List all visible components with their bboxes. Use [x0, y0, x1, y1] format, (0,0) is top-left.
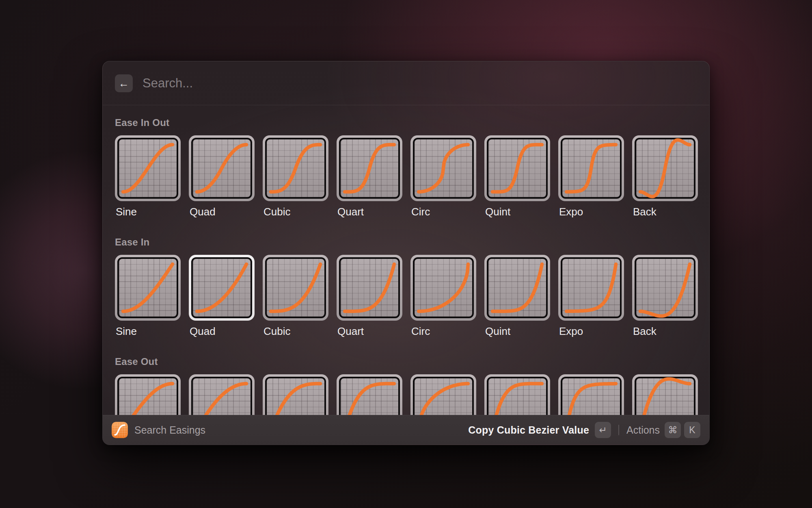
- easing-grid: [339, 377, 400, 415]
- easing-grid: [635, 138, 695, 199]
- easing-card-ease-in-out-back[interactable]: [632, 135, 698, 201]
- easing-cell: Quint: [484, 374, 550, 415]
- easing-cell: Expo: [558, 255, 624, 338]
- easing-card-label: Expo: [558, 205, 624, 218]
- easing-grid: [265, 377, 326, 415]
- easing-cell: Quad: [189, 374, 255, 415]
- easing-card-ease-in-out-quint[interactable]: [484, 135, 550, 201]
- easing-cell: Cubic: [263, 135, 328, 218]
- easing-grid: [413, 138, 474, 199]
- easing-card-label: Sine: [115, 205, 181, 218]
- easing-grid: [191, 257, 252, 318]
- actions-label: Actions: [626, 424, 660, 436]
- easing-card-label: Quart: [337, 205, 402, 218]
- easing-card-ease-out-quart[interactable]: [337, 374, 402, 415]
- easing-cell: Circ: [410, 374, 476, 415]
- easing-card-ease-in-quart[interactable]: [337, 255, 402, 321]
- k-key: K: [684, 422, 700, 438]
- card-row: SineQuadCubicQuartCircQuintExpoBack: [115, 374, 697, 415]
- easing-card-label: Quad: [189, 325, 255, 338]
- easing-card-ease-in-out-expo[interactable]: [558, 135, 624, 201]
- easing-cell: Quart: [337, 135, 402, 218]
- easing-card-label: Quint: [484, 205, 550, 218]
- easing-cell: Quart: [337, 255, 402, 338]
- easing-grid: [413, 377, 474, 415]
- easing-card-label: Quart: [337, 325, 402, 338]
- easing-card-ease-in-sine[interactable]: [115, 255, 181, 321]
- easing-card-label: Back: [632, 325, 698, 338]
- easing-grid: [117, 257, 178, 318]
- actions-button[interactable]: Actions ⌘ K: [626, 422, 700, 438]
- section-header: Ease Out: [115, 356, 697, 368]
- easing-grid: [339, 138, 400, 199]
- easing-cell: Expo: [558, 374, 624, 415]
- easing-grid: [265, 138, 326, 199]
- easing-cell: Cubic: [263, 374, 328, 415]
- section-ease-in-out: Ease In OutSineQuadCubicQuartCircQuintEx…: [115, 117, 697, 218]
- section-header: Ease In: [115, 236, 697, 248]
- section-ease-out: Ease OutSineQuadCubicQuartCircQuintExpoB…: [115, 356, 697, 415]
- easing-cell: Quad: [189, 255, 255, 338]
- easing-card-ease-in-quint[interactable]: [484, 255, 550, 321]
- easing-grid: [487, 257, 548, 318]
- card-row: SineQuadCubicQuartCircQuintExpoBack: [115, 255, 697, 338]
- results-list: Ease In OutSineQuadCubicQuartCircQuintEx…: [103, 105, 709, 415]
- easing-card-label: Circ: [410, 325, 476, 338]
- easing-cell: Circ: [410, 135, 476, 218]
- easing-cell: Quint: [484, 255, 550, 338]
- command-key-icon: ⌘: [665, 422, 681, 438]
- easing-grid: [635, 377, 695, 415]
- easing-card-ease-in-out-quad[interactable]: [189, 135, 255, 201]
- easing-card-ease-in-quad[interactable]: [189, 255, 255, 321]
- section-header: Ease In Out: [115, 117, 697, 129]
- easing-card-ease-out-quad[interactable]: [189, 374, 255, 415]
- easing-grid: [413, 257, 474, 318]
- easing-card-label: Circ: [410, 205, 476, 218]
- primary-action-button[interactable]: Copy Cubic Bezier Value ↵: [468, 422, 611, 438]
- easing-grid: [117, 138, 178, 199]
- easing-card-ease-in-out-cubic[interactable]: [263, 135, 328, 201]
- easing-cell: Sine: [115, 135, 181, 218]
- primary-action-label: Copy Cubic Bezier Value: [468, 424, 589, 436]
- footer-actions: Copy Cubic Bezier Value ↵ Actions ⌘ K: [468, 422, 700, 438]
- return-key-icon: ↵: [595, 422, 611, 438]
- footer-app-name: Search Easings: [134, 424, 205, 436]
- card-row: SineQuadCubicQuartCircQuintExpoBack: [115, 135, 697, 218]
- easing-card-ease-in-out-circ[interactable]: [410, 135, 476, 201]
- easing-card-ease-out-sine[interactable]: [115, 374, 181, 415]
- easing-card-label: Quad: [189, 205, 255, 218]
- search-header: ←: [103, 61, 709, 105]
- easing-grid: [561, 138, 622, 199]
- easing-cell: Back: [632, 374, 698, 415]
- easing-grid: [191, 377, 252, 415]
- footer-divider: [618, 425, 619, 435]
- actions-shortcut: ⌘ K: [665, 422, 700, 438]
- easing-card-ease-in-out-quart[interactable]: [337, 135, 402, 201]
- easing-card-ease-in-out-sine[interactable]: [115, 135, 181, 201]
- easing-grid: [487, 377, 548, 415]
- back-button[interactable]: ←: [115, 74, 133, 92]
- footer-bar: Search Easings Copy Cubic Bezier Value ↵…: [103, 415, 709, 445]
- easing-cell: Circ: [410, 255, 476, 338]
- easing-grid: [561, 257, 622, 318]
- easing-card-ease-in-cubic[interactable]: [263, 255, 328, 321]
- easing-card-label: Cubic: [263, 205, 328, 218]
- search-input[interactable]: [143, 76, 697, 91]
- easing-cell: Back: [632, 255, 698, 338]
- easing-card-label: Quint: [484, 325, 550, 338]
- easings-app-icon: [112, 422, 128, 438]
- easing-cell: Quart: [337, 374, 402, 415]
- easing-grid: [191, 138, 252, 199]
- easing-card-ease-out-quint[interactable]: [484, 374, 550, 415]
- easing-card-ease-out-cubic[interactable]: [263, 374, 328, 415]
- easing-card-ease-in-back[interactable]: [632, 255, 698, 321]
- easing-cell: Quad: [189, 135, 255, 218]
- easing-card-ease-out-back[interactable]: [632, 374, 698, 415]
- easing-card-ease-out-circ[interactable]: [410, 374, 476, 415]
- easing-card-label: Expo: [558, 325, 624, 338]
- easing-cell: Quint: [484, 135, 550, 218]
- easing-card-ease-out-expo[interactable]: [558, 374, 624, 415]
- easing-card-ease-in-circ[interactable]: [410, 255, 476, 321]
- easing-card-ease-in-expo[interactable]: [558, 255, 624, 321]
- section-ease-in: Ease InSineQuadCubicQuartCircQuintExpoBa…: [115, 236, 697, 338]
